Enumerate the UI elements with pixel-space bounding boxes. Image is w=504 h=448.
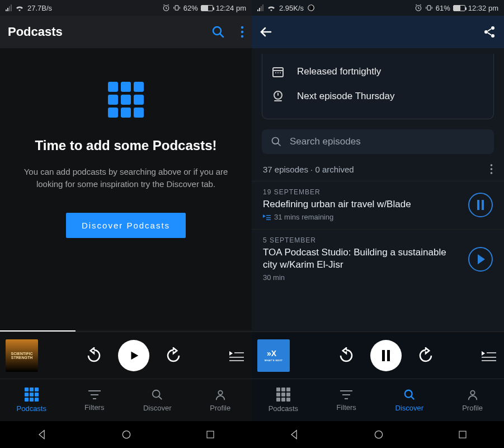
wifi-icon xyxy=(15,4,24,11)
skip-back-icon[interactable] xyxy=(338,347,355,364)
vibrate-icon xyxy=(173,4,181,12)
episode-subtitle: 31 mins remaining xyxy=(263,213,461,221)
episode-pause-button[interactable] xyxy=(468,193,493,217)
grid-icon xyxy=(25,388,39,402)
svg-rect-7 xyxy=(234,352,244,353)
svg-rect-8 xyxy=(229,357,244,358)
pause-button[interactable] xyxy=(370,340,402,371)
now-playing-bar[interactable]: SCIENTIFIC STRENGTH xyxy=(0,332,252,379)
overflow-menu-icon[interactable] xyxy=(490,164,493,174)
recents-button[interactable] xyxy=(458,430,468,440)
svg-point-4 xyxy=(241,26,243,29)
svg-rect-12 xyxy=(93,398,96,399)
system-nav xyxy=(252,421,504,448)
nav-profile[interactable]: Profile xyxy=(441,379,504,421)
back-button[interactable] xyxy=(36,429,48,440)
recents-button[interactable] xyxy=(205,430,215,440)
clock-time: 12:24 pm xyxy=(216,4,246,12)
svg-rect-39 xyxy=(482,200,484,210)
next-episode-icon xyxy=(271,90,285,103)
svg-rect-43 xyxy=(487,352,496,353)
clock-time: 12:32 pm xyxy=(468,4,498,12)
empty-heading: Time to add some Podcasts! xyxy=(35,138,217,153)
skip-forward-icon[interactable] xyxy=(417,347,434,364)
filter-icon xyxy=(88,389,101,400)
status-bar: 2.95K/s 61% 12:32 pm xyxy=(252,0,504,16)
nav-filters[interactable]: Filters xyxy=(315,379,378,421)
calendar-icon xyxy=(271,65,285,78)
nav-filters[interactable]: Filters xyxy=(63,379,126,421)
battery-icon xyxy=(201,5,213,11)
svg-point-34 xyxy=(491,172,493,174)
play-button[interactable] xyxy=(118,340,149,371)
svg-point-5 xyxy=(241,31,243,33)
nav-label: Filters xyxy=(336,403,356,412)
up-next-icon xyxy=(263,214,271,220)
network-speed: 27.7B/s xyxy=(27,4,52,12)
nav-profile[interactable]: Profile xyxy=(189,379,252,421)
nav-podcasts[interactable]: Podcasts xyxy=(252,379,315,421)
nav-label: Discover xyxy=(395,404,424,412)
svg-rect-17 xyxy=(207,431,214,438)
back-icon[interactable] xyxy=(260,25,273,39)
album-art[interactable]: »X WHAT'S NEXT xyxy=(257,339,290,372)
empty-state: Time to add some Podcasts! You can add p… xyxy=(0,48,252,330)
svg-rect-1 xyxy=(175,6,178,10)
svg-rect-10 xyxy=(88,390,101,391)
search-placeholder: Search episodes xyxy=(290,136,361,147)
next-episode: Next episode Thursday xyxy=(271,84,484,109)
queue-icon[interactable] xyxy=(229,350,246,361)
podcast-info-card: Released fortnightly Next episode Thursd… xyxy=(262,54,494,119)
overflow-menu-icon[interactable] xyxy=(241,26,244,38)
search-episodes-input[interactable]: Search episodes xyxy=(262,129,494,154)
svg-rect-38 xyxy=(477,200,479,210)
svg-point-16 xyxy=(123,431,130,438)
nav-discover[interactable]: Discover xyxy=(126,379,189,421)
svg-point-32 xyxy=(491,164,493,166)
svg-rect-41 xyxy=(382,350,385,361)
svg-point-33 xyxy=(491,168,493,170)
progress-bar[interactable] xyxy=(0,330,252,332)
svg-rect-53 xyxy=(459,431,466,438)
alarm-icon xyxy=(414,4,422,12)
nav-label: Filters xyxy=(84,403,104,412)
battery-percent: 61% xyxy=(436,4,450,12)
nav-discover[interactable]: Discover xyxy=(378,379,441,421)
svg-line-14 xyxy=(159,396,162,399)
search-icon[interactable] xyxy=(211,25,225,39)
svg-point-51 xyxy=(470,390,474,394)
svg-rect-20 xyxy=(427,6,431,10)
episode-date: 5 SEPTEMBER xyxy=(263,236,461,244)
svg-point-26 xyxy=(275,72,276,73)
svg-rect-47 xyxy=(342,394,350,395)
queue-icon[interactable] xyxy=(482,350,498,361)
network-speed: 2.95K/s xyxy=(279,4,304,12)
battery-percent: 62% xyxy=(183,4,198,12)
svg-rect-11 xyxy=(91,394,98,395)
skip-forward-icon[interactable] xyxy=(165,347,182,364)
discover-podcasts-button[interactable]: Discover Podcasts xyxy=(66,213,186,238)
episode-date: 19 SEPTEMBER xyxy=(263,188,461,196)
back-button[interactable] xyxy=(289,429,300,440)
home-button[interactable] xyxy=(373,429,384,440)
bottom-nav: Podcasts Filters Discover Profile xyxy=(0,379,252,421)
home-button[interactable] xyxy=(121,429,132,440)
now-playing-bar[interactable]: »X WHAT'S NEXT xyxy=(252,332,504,379)
share-icon[interactable] xyxy=(483,25,496,39)
episode-row[interactable]: 19 SEPTEMBER Redefining urban air travel… xyxy=(252,181,504,229)
signal-icon xyxy=(6,4,12,11)
svg-point-23 xyxy=(491,34,494,38)
battery-icon xyxy=(453,5,465,11)
bottom-nav: Podcasts Filters Discover Profile xyxy=(252,379,504,421)
svg-point-49 xyxy=(405,390,412,397)
nav-label: Discover xyxy=(143,404,172,412)
album-art[interactable]: SCIENTIFIC STRENGTH xyxy=(6,339,38,372)
episode-row[interactable]: 5 SEPTEMBER TOA Podcast Studio: Building… xyxy=(252,229,504,290)
skip-back-icon[interactable] xyxy=(86,347,102,364)
nav-podcasts[interactable]: Podcasts xyxy=(0,379,63,421)
app-bar xyxy=(252,16,504,48)
profile-icon xyxy=(467,389,479,401)
episode-play-button[interactable] xyxy=(468,247,493,272)
svg-rect-42 xyxy=(387,350,390,361)
svg-rect-37 xyxy=(266,219,271,220)
